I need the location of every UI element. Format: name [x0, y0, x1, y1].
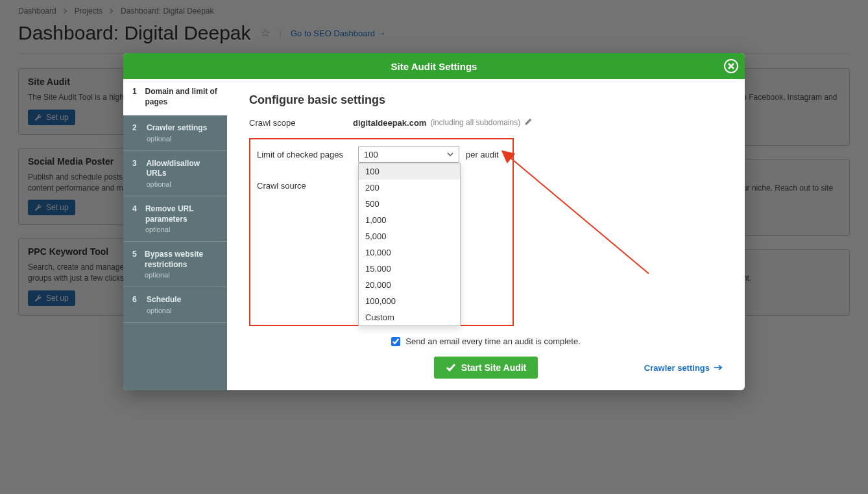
modal-content: Configure basic settings Crawl scope dig… — [227, 79, 745, 390]
per-audit-text: per audit — [466, 150, 499, 159]
limit-option[interactable]: 20,000 — [359, 277, 460, 293]
annotation-highlight-box: Limit of checked pages 100 1002005001,00… — [249, 138, 514, 326]
step-number: 6 — [132, 295, 139, 314]
limit-row: Limit of checked pages 100 1002005001,00… — [257, 146, 506, 163]
crawler-settings-link[interactable]: Crawler settings — [644, 363, 723, 373]
start-site-audit-button[interactable]: Start Site Audit — [434, 357, 538, 379]
crawl-source-label: Crawl source — [257, 181, 352, 191]
wizard-step[interactable]: 6Scheduleoptional — [123, 287, 227, 323]
email-notify-label: Send an email every time an audit is com… — [405, 336, 581, 346]
step-optional: optional — [145, 226, 218, 233]
wizard-step[interactable]: 4Remove URL parametersoptional — [123, 196, 227, 242]
chevron-down-icon — [447, 151, 453, 158]
limit-label: Limit of checked pages — [257, 150, 352, 159]
crawl-scope-subtext: (including all subdomains) — [430, 118, 520, 127]
limit-option[interactable]: 10,000 — [359, 244, 460, 261]
limit-option[interactable]: 100 — [359, 163, 460, 180]
wizard-step[interactable]: 3Allow/disallow URLsoptional — [123, 151, 227, 196]
step-label: Schedule — [147, 295, 181, 304]
svg-line-0 — [509, 157, 649, 274]
limit-dropdown[interactable]: 1002005001,0005,00010,00015,00020,000100… — [358, 163, 461, 326]
limit-option[interactable]: 15,000 — [359, 261, 460, 277]
limit-option[interactable]: 1,000 — [359, 212, 460, 228]
wizard-step[interactable]: 1Domain and limit of pages — [123, 79, 227, 115]
limit-option[interactable]: 200 — [359, 180, 460, 196]
crawler-settings-label: Crawler settings — [644, 363, 710, 373]
limit-select[interactable]: 100 1002005001,0005,00010,00015,00020,00… — [358, 146, 459, 163]
step-optional: optional — [146, 180, 218, 188]
annotation-arrow — [500, 150, 655, 280]
step-number: 4 — [132, 204, 138, 233]
crawl-scope-row: Crawl scope digitaldeepak.com (including… — [249, 117, 723, 128]
limit-option[interactable]: 100,000 — [359, 293, 460, 309]
step-label: Crawler settings — [147, 123, 207, 132]
modal-title: Site Audit Settings — [391, 61, 477, 72]
step-optional: optional — [145, 271, 218, 279]
pencil-icon[interactable] — [524, 117, 533, 128]
close-icon[interactable] — [724, 59, 738, 73]
step-label: Bypass website restrictions — [145, 250, 203, 269]
step-number: 2 — [132, 123, 139, 143]
email-notify-checkbox[interactable] — [391, 337, 400, 346]
limit-selected-value: 100 — [364, 150, 378, 159]
step-number: 1 — [132, 87, 138, 107]
crawl-scope-label: Crawl scope — [249, 118, 353, 128]
limit-option[interactable]: 5,000 — [359, 228, 460, 244]
start-button-label: Start Site Audit — [461, 362, 527, 373]
site-audit-settings-modal: Site Audit Settings 1Domain and limit of… — [123, 53, 745, 390]
email-notify-row[interactable]: Send an email every time an audit is com… — [391, 336, 581, 346]
step-label: Remove URL parameters — [145, 204, 193, 224]
wizard-step[interactable]: 2Crawler settingsoptional — [123, 115, 227, 151]
step-label: Allow/disallow URLs — [146, 159, 200, 178]
modal-footer: Send an email every time an audit is com… — [249, 330, 723, 379]
step-number: 5 — [132, 250, 137, 279]
wizard-steps-sidebar: 1Domain and limit of pages2Crawler setti… — [123, 79, 227, 390]
limit-option[interactable]: Custom — [359, 309, 460, 325]
step-optional: optional — [147, 135, 207, 143]
modal-header: Site Audit Settings — [123, 53, 745, 79]
crawl-scope-domain: digitaldeepak.com — [353, 118, 426, 128]
content-heading: Configure basic settings — [249, 93, 723, 107]
step-label: Domain and limit of pages — [145, 87, 217, 106]
wizard-step[interactable]: 5Bypass website restrictionsoptional — [123, 242, 227, 287]
step-number: 3 — [132, 159, 138, 188]
limit-option[interactable]: 500 — [359, 196, 460, 212]
step-optional: optional — [147, 307, 181, 314]
